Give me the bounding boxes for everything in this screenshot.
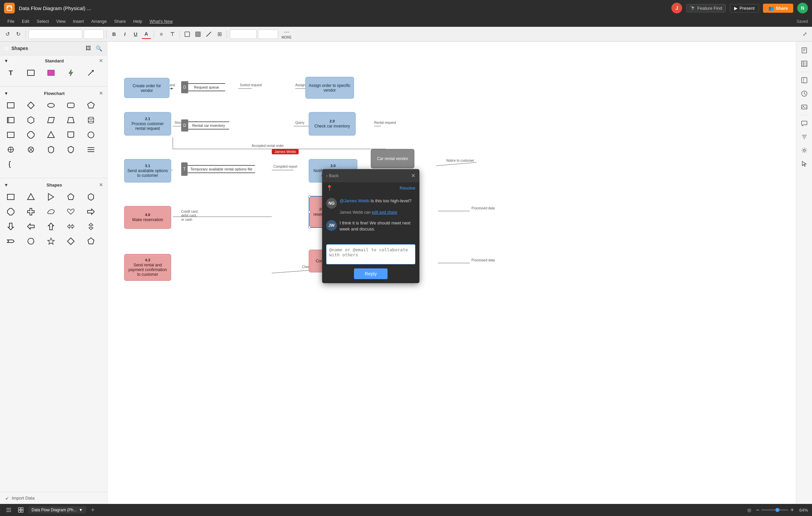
right-panel-table-btn[interactable] — [798, 58, 810, 70]
shape-button[interactable] — [182, 30, 192, 39]
fc-circle[interactable] — [84, 128, 98, 142]
datastore-rental-inventory[interactable]: D Rental car inventory — [181, 119, 229, 132]
s-pentagon2[interactable] — [84, 234, 98, 248]
s-cross[interactable] — [24, 205, 37, 219]
s-triangle[interactable] — [24, 190, 37, 204]
s-rect[interactable] — [4, 190, 18, 204]
tab-label[interactable]: Data Flow Diagram (Ph... ▼ — [28, 506, 86, 514]
search-icon[interactable]: 🔍 — [95, 44, 103, 52]
menu-share[interactable]: Share — [111, 18, 129, 25]
underline-button[interactable]: U — [131, 30, 140, 39]
text-align-button[interactable]: ⊤ — [168, 30, 177, 39]
fc-cylinder[interactable] — [84, 113, 98, 127]
menu-arrange[interactable]: Arrange — [88, 18, 110, 25]
zoom-minus-btn[interactable]: − — [756, 507, 760, 514]
more-button[interactable]: ··· MORE — [280, 28, 294, 40]
s-octagon[interactable] — [4, 205, 18, 219]
filled-rect-shape[interactable] — [44, 66, 58, 80]
extra-button[interactable]: ⊞ — [215, 30, 224, 39]
s-arrow-right[interactable] — [84, 205, 98, 219]
right-panel-cursor-btn[interactable] — [798, 158, 810, 170]
fc-parallelogram[interactable] — [44, 113, 58, 127]
fc-lines[interactable] — [84, 143, 98, 156]
s-star[interactable] — [44, 234, 58, 248]
flowchart-section-header[interactable]: ▼ Flowchart ✕ — [4, 91, 103, 96]
s-hexagon[interactable] — [84, 190, 98, 204]
bottom-grid-view-btn[interactable] — [16, 505, 26, 515]
text-shape[interactable]: T — [4, 66, 18, 80]
target-icon[interactable]: ◎ — [745, 505, 754, 515]
shapes-section-header[interactable]: ▼ Shapes ✕ — [4, 182, 103, 188]
s-rtriangle[interactable] — [44, 190, 58, 204]
redo-button[interactable]: ↻ — [13, 30, 23, 39]
add-tab-button[interactable]: + — [89, 506, 97, 514]
zoom-plus-btn[interactable]: + — [790, 507, 794, 514]
node-43[interactable]: 4.3 Send rental and payment confirmation… — [124, 254, 171, 281]
app-logo[interactable] — [4, 3, 15, 13]
fc-rect3[interactable] — [4, 128, 18, 142]
node-assign-order[interactable]: Assign order to specific vendor — [305, 77, 354, 98]
fc-hexagon[interactable] — [24, 113, 37, 127]
fc-document[interactable] — [64, 128, 78, 142]
s-heart[interactable] — [64, 205, 78, 219]
lightning-shape[interactable] — [64, 66, 78, 80]
reply-button[interactable]: Reply — [354, 268, 387, 279]
resolve-button[interactable]: Resolve — [400, 185, 415, 191]
s-arrow-down[interactable] — [4, 220, 18, 233]
share-button[interactable]: 👥 Share — [763, 4, 793, 13]
shapes-section-close[interactable]: ✕ — [99, 182, 103, 188]
fc-rounded-rect[interactable] — [64, 98, 78, 112]
edit-share-link[interactable]: edit and share — [372, 210, 397, 215]
font-size-select[interactable]: 7 pt ▼ — [84, 30, 104, 39]
back-button[interactable]: ‹ Back — [326, 173, 339, 178]
node-31[interactable]: 3.1 Send available options to customer — [124, 159, 171, 182]
fill-button[interactable] — [193, 30, 203, 39]
right-panel-settings-btn[interactable] — [798, 144, 810, 156]
comment-input[interactable] — [326, 244, 415, 264]
canvas-area[interactable]: Order request Sorted request Assigned re… — [107, 41, 796, 504]
image-search-icon[interactable]: 🖼 — [84, 44, 92, 52]
undo-button[interactable]: ↺ — [3, 30, 12, 39]
node-create-order[interactable]: Create order for vendor — [124, 78, 169, 98]
standard-section-header[interactable]: ▼ Standard ✕ — [4, 58, 103, 63]
right-panel-filter-btn[interactable] — [798, 131, 810, 143]
menu-edit[interactable]: Edit — [19, 18, 33, 25]
s-arrow-ud[interactable] — [84, 220, 98, 233]
line-style-button[interactable] — [204, 30, 213, 39]
feature-find-button[interactable]: 🔭 Feature Find — [686, 4, 726, 12]
present-button[interactable]: ▶ Present — [730, 4, 759, 12]
fc-rect2[interactable] — [4, 113, 18, 127]
right-panel-page-btn[interactable] — [798, 44, 810, 56]
font-color-button[interactable]: A — [142, 30, 151, 39]
s-arrow-left[interactable] — [24, 220, 37, 233]
line-style-select[interactable]: —— ▼ — [230, 30, 257, 39]
menu-select[interactable]: Select — [33, 18, 52, 25]
italic-button[interactable]: I — [120, 30, 129, 39]
align-button[interactable]: ≡ — [157, 30, 166, 39]
line-width-select[interactable]: 1 px ▼ — [258, 30, 278, 39]
datastore-request-queue[interactable]: D Request queue — [181, 81, 225, 93]
s-diamond[interactable] — [64, 234, 78, 248]
zoom-slider[interactable] — [761, 509, 788, 511]
rectangle-shape[interactable] — [24, 66, 37, 80]
s-cloud[interactable] — [44, 205, 58, 219]
menu-insert[interactable]: Insert — [69, 18, 87, 25]
right-panel-image-btn[interactable] — [798, 101, 810, 113]
bottom-list-view-btn[interactable] — [4, 505, 13, 515]
flowchart-section-close[interactable]: ✕ — [99, 91, 103, 96]
right-panel-panel-btn[interactable] — [798, 74, 810, 86]
fc-rect[interactable] — [4, 98, 18, 112]
right-panel-chat-btn[interactable] — [798, 117, 810, 130]
fc-diamond[interactable] — [24, 98, 37, 112]
fc-triangle[interactable] — [44, 128, 58, 142]
node-40[interactable]: 4.0 Make reservation — [124, 206, 171, 229]
fullscreen-button[interactable]: ⤢ — [800, 30, 809, 39]
zoom-slider-thumb[interactable] — [776, 508, 779, 512]
fc-trapezoid[interactable] — [64, 113, 78, 127]
bold-button[interactable]: B — [109, 30, 119, 39]
fc-xshape[interactable] — [24, 143, 37, 156]
s-notch-arrow[interactable] — [4, 234, 18, 248]
font-select[interactable]: Liberation Sans ▼ — [29, 30, 82, 39]
import-data-button[interactable]: ↙ Import Data — [0, 492, 107, 504]
menu-help[interactable]: Help — [130, 18, 146, 25]
